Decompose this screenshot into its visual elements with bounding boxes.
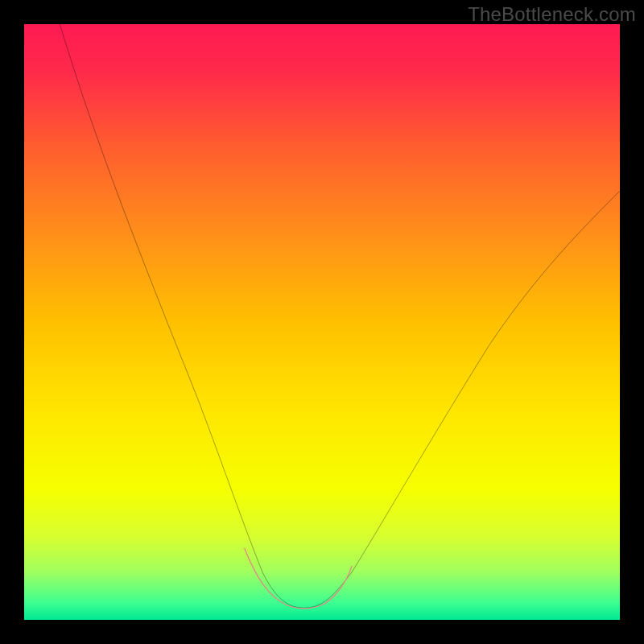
watermark-text: TheBottleneck.com — [468, 3, 636, 26]
curve-layer — [24, 24, 620, 620]
plot-area — [24, 24, 620, 620]
sweet-spot-marker — [245, 548, 352, 609]
bottleneck-curve — [60, 24, 620, 608]
chart-frame: TheBottleneck.com — [0, 0, 644, 644]
